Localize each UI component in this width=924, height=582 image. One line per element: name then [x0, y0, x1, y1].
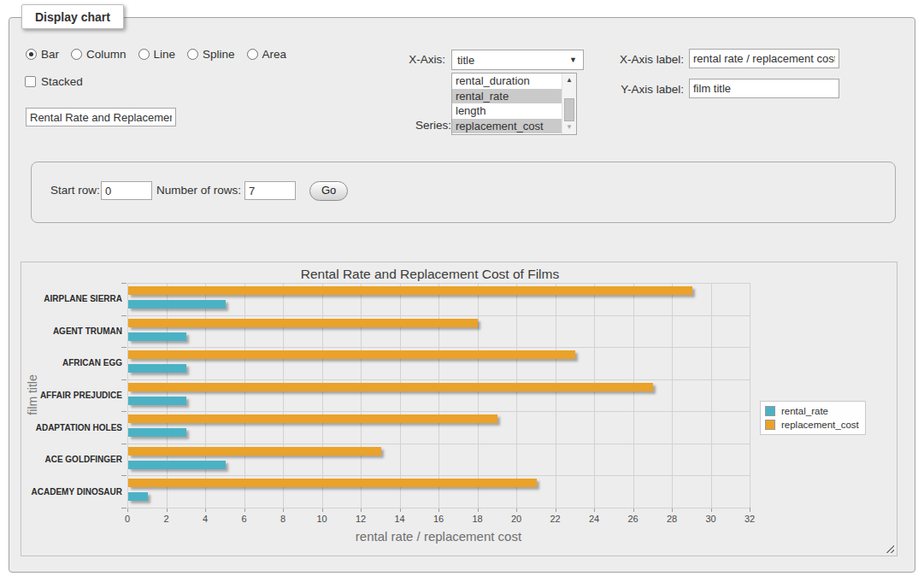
x-axis-label-field-label: X-Axis label: [590, 53, 684, 66]
chart-type-radio-group: BarColumnLineSplineArea [26, 48, 286, 61]
legend-swatch-rental_rate [765, 406, 775, 416]
gridline-vertical [711, 283, 712, 508]
stacked-checkbox-row[interactable]: Stacked [25, 75, 83, 88]
stacked-label: Stacked [41, 75, 83, 88]
x-axis-tick-label: 24 [580, 514, 609, 524]
series-listbox-scrollbar[interactable]: ▲ ▼ [562, 73, 576, 134]
gridline-vertical [750, 283, 750, 508]
y-axis-tick [121, 315, 127, 316]
category-label: AFFAIR PREJUDICE [26, 390, 122, 401]
x-axis-tick-label: 2 [152, 514, 181, 524]
y-axis-tick [121, 508, 127, 509]
x-axis-tick-label: 32 [735, 514, 764, 524]
series-option-replacement_cost[interactable]: replacement_cost [452, 119, 576, 134]
go-button[interactable]: Go [309, 181, 348, 201]
chart-type-label: Area [262, 48, 287, 61]
radio-unchecked-icon[interactable] [71, 49, 82, 60]
x-axis-tick-label: 26 [619, 514, 648, 524]
bar-rental_rate-4 [128, 428, 186, 437]
x-axis-tick-label: 22 [541, 514, 570, 524]
gridline-vertical [244, 283, 245, 508]
legend-entry: rental_rate [763, 404, 859, 418]
category-label: ACE GOLDFINGER [26, 454, 122, 465]
series-listbox-options: rental_durationrental_ratelengthreplacem… [452, 73, 576, 133]
x-axis-tick-label: 30 [697, 514, 726, 524]
radio-unchecked-icon[interactable] [138, 49, 150, 60]
gridline-vertical [400, 283, 401, 508]
x-axis-tick-label: 0 [113, 514, 142, 524]
bar-replacement_cost-2 [128, 350, 575, 359]
bar-rental_rate-0 [128, 300, 226, 309]
category-label: AGENT TRUMAN [26, 326, 122, 337]
chart: Rental Rate and Replacement Cost of Film… [21, 262, 898, 556]
bar-replacement_cost-1 [128, 319, 478, 327]
y-axis-label-field-label: Y-Axis label: [590, 83, 684, 96]
series-label: Series: [365, 119, 451, 132]
category-label: ACADEMY DINOSAUR [26, 486, 122, 497]
gridline-horizontal [127, 444, 750, 444]
y-axis-tick [121, 379, 127, 380]
scrollbar-thumb[interactable] [564, 98, 574, 121]
start-row-label: Start row: [50, 184, 100, 197]
bar-replacement_cost-4 [128, 414, 497, 423]
gridline-vertical [556, 283, 556, 508]
radio-unchecked-icon[interactable] [187, 49, 198, 60]
gridline-vertical [478, 283, 479, 508]
y-axis-label-input[interactable] [689, 79, 839, 98]
bar-replacement_cost-6 [128, 479, 537, 487]
number-of-rows-input[interactable] [244, 181, 296, 200]
bar-replacement_cost-3 [128, 383, 653, 391]
chart-title-input[interactable] [26, 108, 176, 126]
legend-label: replacement_cost [781, 420, 859, 430]
gridline-horizontal [127, 475, 750, 476]
panel-title: Display chart [21, 4, 124, 29]
x-axis-tick-label: 14 [385, 514, 415, 524]
x-axis-tick-label: 16 [424, 514, 453, 524]
resize-handle-icon[interactable] [884, 543, 894, 553]
x-axis-label: X-Axis: [359, 53, 445, 66]
chart-type-bar[interactable]: Bar [26, 48, 59, 61]
x-axis-tick-label: 10 [308, 514, 337, 524]
x-axis-tick-label: 6 [230, 514, 259, 524]
start-row-input[interactable] [101, 181, 152, 200]
chart-type-column[interactable]: Column [71, 48, 127, 61]
gridline-vertical [322, 283, 323, 508]
x-axis-tick-label: 18 [463, 514, 492, 524]
x-axis-tick-label: 20 [502, 514, 531, 524]
series-option-length[interactable]: length [452, 103, 576, 119]
x-axis-select[interactable]: title ▼ [451, 50, 584, 70]
gridline-vertical [516, 283, 517, 508]
chart-type-label: Spline [203, 48, 235, 61]
scroll-up-icon[interactable]: ▲ [562, 74, 576, 86]
radio-unchecked-icon[interactable] [247, 49, 258, 60]
chart-type-spline[interactable]: Spline [187, 48, 235, 61]
bar-rental_rate-1 [128, 332, 186, 341]
gridline-vertical [672, 283, 673, 508]
x-axis-label-input[interactable] [689, 49, 839, 68]
bar-replacement_cost-0 [128, 286, 692, 295]
category-label: ADAPTATION HOLES [26, 422, 122, 433]
radio-checked-icon[interactable] [26, 49, 37, 60]
x-axis-title: rental rate / replacement cost [127, 529, 750, 544]
chart-type-area[interactable]: Area [247, 48, 287, 61]
series-option-rental_duration[interactable]: rental_duration [452, 73, 576, 89]
series-option-rental_rate[interactable]: rental_rate [452, 89, 576, 104]
bar-replacement_cost-5 [128, 447, 381, 456]
chart-legend: rental_ratereplacement_cost [760, 401, 866, 435]
bar-rental_rate-3 [128, 397, 186, 405]
chart-type-label: Column [86, 48, 127, 61]
category-label: AFRICAN EGG [26, 357, 122, 368]
bar-rental_rate-5 [128, 461, 226, 469]
gridline-vertical [205, 283, 206, 508]
scroll-down-icon[interactable]: ▼ [562, 121, 576, 133]
chart-type-line[interactable]: Line [138, 48, 176, 61]
legend-entry: replacement_cost [763, 418, 859, 432]
stacked-checkbox[interactable] [25, 76, 36, 87]
chart-title: Rental Rate and Replacement Cost of Film… [119, 267, 741, 282]
gridline-vertical [594, 283, 595, 508]
legend-swatch-replacement_cost [765, 420, 775, 430]
series-listbox[interactable]: rental_durationrental_ratelengthreplacem… [451, 73, 577, 135]
gridline-horizontal [127, 315, 750, 316]
category-label: AIRPLANE SIERRA [26, 293, 122, 304]
chart-type-label: Bar [41, 48, 59, 61]
